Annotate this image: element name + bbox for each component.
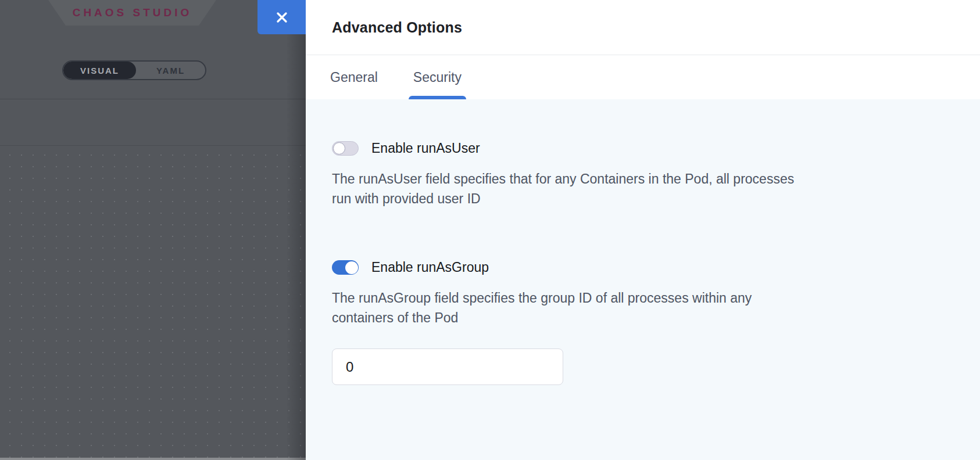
- advanced-options-drawer: Advanced Options General Security Enable…: [306, 0, 980, 460]
- chaos-studio-canvas: CHAOS STUDIO VISUAL YAML: [0, 0, 306, 460]
- toggle-knob: [345, 261, 358, 274]
- description-line: run with provided user ID: [332, 189, 954, 209]
- description-line: The runAsGroup field specifies the group…: [332, 288, 954, 308]
- description-line: The runAsUser field specifies that for a…: [332, 169, 954, 189]
- enable-run-as-user-toggle[interactable]: [332, 141, 359, 156]
- security-tab-panel: Enable runAsUser The runAsUser field spe…: [306, 99, 980, 460]
- run-as-group-toggle-row: Enable runAsGroup: [332, 260, 954, 275]
- workflow-dot-grid: [0, 146, 306, 458]
- drawer-header: Advanced Options: [306, 0, 980, 55]
- yaml-tab[interactable]: YAML: [136, 62, 205, 79]
- close-icon: [276, 11, 288, 24]
- canvas-header-divider: [0, 99, 306, 99]
- chaos-studio-logo: CHAOS STUDIO: [48, 0, 216, 26]
- enable-run-as-group-label: Enable runAsGroup: [371, 260, 489, 275]
- toggle-knob: [333, 142, 345, 154]
- drawer-tabs: General Security: [306, 55, 980, 99]
- tab-general[interactable]: General: [329, 55, 379, 99]
- visual-tab[interactable]: VISUAL: [63, 62, 136, 79]
- run-as-user-section: Enable runAsUser The runAsUser field spe…: [332, 141, 954, 209]
- visual-yaml-toggle[interactable]: VISUAL YAML: [62, 60, 206, 80]
- run-as-group-id-input[interactable]: [332, 348, 563, 385]
- drawer-title: Advanced Options: [332, 19, 462, 36]
- run-as-group-section: Enable runAsGroup The runAsGroup field s…: [332, 260, 954, 385]
- close-drawer-button[interactable]: [257, 0, 306, 34]
- drawer-shadow: [286, 0, 306, 460]
- canvas-bottom-edge: [0, 458, 306, 460]
- chaos-studio-logo-text: CHAOS STUDIO: [73, 6, 192, 19]
- run-as-user-toggle-row: Enable runAsUser: [332, 141, 954, 156]
- enable-run-as-user-label: Enable runAsUser: [371, 141, 480, 156]
- run-as-group-description: The runAsGroup field specifies the group…: [332, 288, 954, 328]
- enable-run-as-group-toggle[interactable]: [332, 260, 359, 275]
- run-as-user-description: The runAsUser field specifies that for a…: [332, 169, 954, 209]
- description-line: containers of the Pod: [332, 308, 954, 328]
- tab-security[interactable]: Security: [412, 55, 463, 99]
